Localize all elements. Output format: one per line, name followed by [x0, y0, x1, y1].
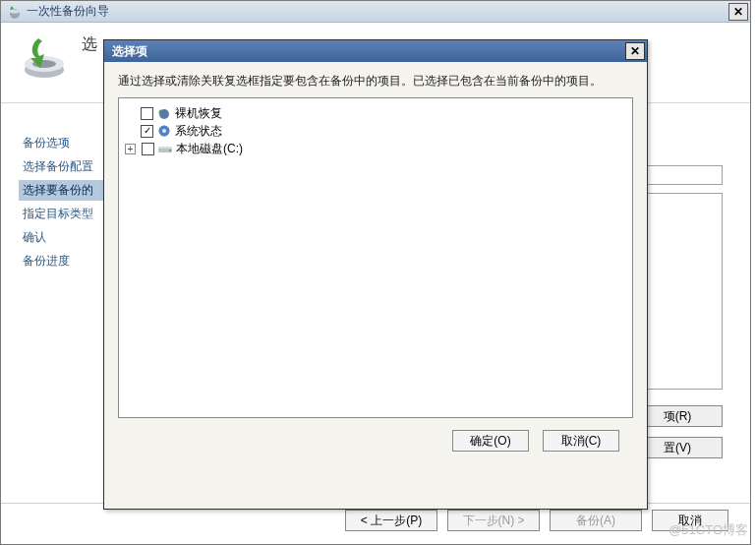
checkbox-local-disk-c[interactable]	[142, 143, 154, 155]
tree-item-bare-metal[interactable]: 裸机恢复	[125, 104, 626, 122]
step-progress[interactable]: 备份进度	[19, 251, 117, 272]
backup-button[interactable]: 备份(A)	[550, 510, 642, 531]
next-button[interactable]: 下一步(N) >	[447, 510, 540, 531]
tree-item-label: 裸机恢复	[175, 105, 222, 122]
select-items-dialog: 选择项 ✕ 通过选择或清除关联复选框指定要包含在备份中的项目。已选择已包含在当前…	[103, 39, 648, 510]
ok-button[interactable]: 确定(O)	[452, 430, 529, 452]
checkbox-system-state[interactable]: ✓	[141, 125, 153, 138]
dialog-close-button[interactable]: ✕	[625, 42, 645, 60]
dialog-title-text: 选择项	[112, 43, 625, 60]
tree-item-system-state[interactable]: ✓ 系统状态	[125, 122, 626, 140]
tree-item-local-disk-c[interactable]: + 本地磁盘(C:)	[125, 140, 626, 157]
wizard-header-icon	[21, 34, 68, 82]
dialog-button-bar: 确定(O) 取消(C)	[118, 418, 633, 452]
plus-icon: +	[128, 144, 134, 154]
checkbox-bare-metal[interactable]	[141, 107, 153, 120]
step-select-config[interactable]: 选择备份配置	[19, 156, 117, 177]
system-state-icon	[156, 124, 172, 138]
svg-point-1	[10, 9, 20, 13]
wizard-header-title: 选	[82, 34, 97, 55]
dialog-instruction: 通过选择或清除关联复选框指定要包含在备份中的项目。已选择已包含在当前备份中的项目…	[118, 72, 633, 90]
close-icon: ✕	[630, 44, 640, 58]
step-target-type[interactable]: 指定目标类型	[19, 204, 117, 224]
dialog-body: 通过选择或清除关联复选框指定要包含在备份中的项目。已选择已包含在当前备份中的项目…	[104, 62, 647, 461]
check-icon: ✓	[144, 126, 151, 136]
wizard-close-button[interactable]: ✕	[728, 3, 748, 21]
svg-point-7	[162, 129, 166, 133]
expand-toggle[interactable]: +	[125, 144, 136, 154]
close-icon: ✕	[733, 5, 743, 19]
dialog-cancel-button[interactable]: 取消(C)	[543, 430, 619, 452]
step-select-items[interactable]: 选择要备份的	[19, 180, 117, 201]
step-backup-options[interactable]: 备份选项	[19, 133, 117, 153]
wizard-title-icon	[7, 4, 23, 20]
svg-point-10	[169, 150, 171, 151]
restore-icon	[156, 106, 172, 120]
dialog-titlebar: 选择项 ✕	[104, 40, 647, 62]
wizard-titlebar: 一次性备份向导 ✕	[1, 1, 750, 23]
wizard-title-text: 一次性备份向导	[27, 3, 728, 20]
tree-item-label: 系统状态	[175, 123, 222, 140]
svg-rect-9	[158, 147, 172, 149]
tree-item-label: 本地磁盘(C:)	[176, 141, 243, 157]
prev-button[interactable]: < 上一步(P)	[345, 510, 437, 531]
items-tree[interactable]: 裸机恢复 ✓ 系统状态 + 本地磁盘(C:)	[118, 97, 633, 418]
disk-icon	[157, 142, 173, 155]
watermark: @51CTO博客	[669, 521, 748, 539]
step-confirm[interactable]: 确认	[19, 227, 117, 248]
